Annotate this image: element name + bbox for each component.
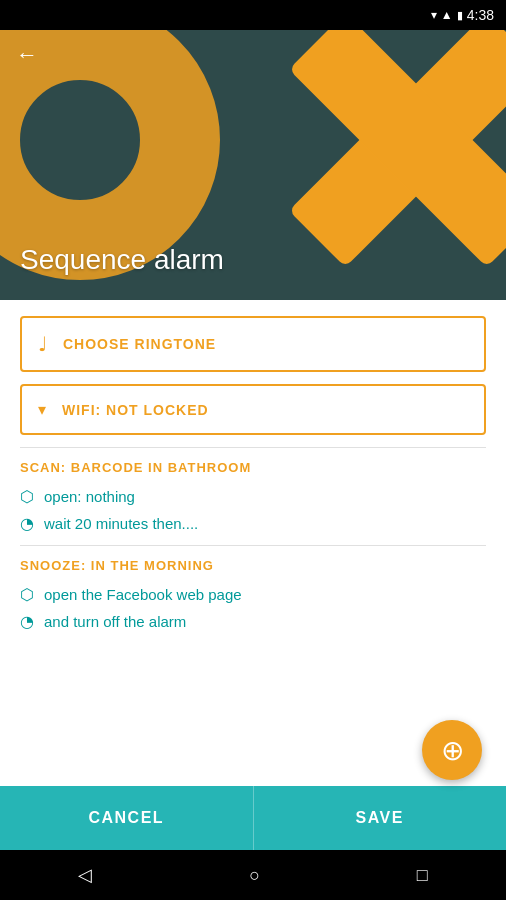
status-icons: ▾ ▲ ▮ 4:38 — [431, 7, 494, 23]
open-icon-2: ⬡ — [20, 585, 34, 604]
signal-icon: ▲ — [441, 8, 453, 22]
section-1-item-2: ◔ wait 20 minutes then.... — [20, 510, 486, 537]
status-bar: ▾ ▲ ▮ 4:38 — [0, 0, 506, 30]
section-1-item-1: ⬡ open: nothing — [20, 483, 486, 510]
battery-icon: ▮ — [457, 9, 463, 22]
divider-1 — [20, 447, 486, 448]
nav-home-icon[interactable]: ○ — [249, 865, 260, 886]
save-button[interactable]: SAVE — [254, 786, 507, 850]
nav-recent-icon[interactable]: □ — [417, 865, 428, 886]
wifi-icon: ▾ — [38, 400, 46, 419]
section-2-item-2-text: and turn off the alarm — [44, 613, 186, 630]
cancel-button[interactable]: CANCEL — [0, 786, 254, 850]
nav-back-icon[interactable]: ◁ — [78, 864, 92, 886]
section-2: SNOOZE: IN THE MORNING ⬡ open the Facebo… — [20, 558, 486, 635]
add-alarm-fab[interactable]: ⊕ — [422, 720, 482, 780]
alarm-add-icon: ⊕ — [441, 734, 464, 767]
timer-icon-2: ◔ — [20, 612, 34, 631]
status-time: 4:38 — [467, 7, 494, 23]
section-1-item-1-text: open: nothing — [44, 488, 135, 505]
wifi-row[interactable]: ▾ WIFI: NOT LOCKED — [20, 384, 486, 435]
ringtone-label: CHOOSE RINGTONE — [63, 336, 216, 352]
wifi-status-icon: ▾ — [431, 8, 437, 22]
hero-section: ← Sequence alarm — [0, 30, 506, 300]
page-title: Sequence alarm — [20, 244, 224, 276]
section-2-item-1: ⬡ open the Facebook web page — [20, 581, 486, 608]
ringtone-row[interactable]: ♩ CHOOSE RINGTONE — [20, 316, 486, 372]
section-1-title: SCAN: BARCODE IN BATHROOM — [20, 460, 486, 475]
music-icon: ♩ — [38, 332, 47, 356]
section-2-item-2: ◔ and turn off the alarm — [20, 608, 486, 635]
section-1: SCAN: BARCODE IN BATHROOM ⬡ open: nothin… — [20, 460, 486, 537]
main-content: ♩ CHOOSE RINGTONE ▾ WIFI: NOT LOCKED SCA… — [0, 300, 506, 651]
android-nav-bar: ◁ ○ □ — [0, 850, 506, 900]
section-2-title: SNOOZE: IN THE MORNING — [20, 558, 486, 573]
section-1-item-2-text: wait 20 minutes then.... — [44, 515, 198, 532]
divider-2 — [20, 545, 486, 546]
section-2-item-1-text: open the Facebook web page — [44, 586, 242, 603]
wifi-label: WIFI: NOT LOCKED — [62, 402, 209, 418]
bottom-bar: CANCEL SAVE — [0, 786, 506, 850]
timer-icon-1: ◔ — [20, 514, 34, 533]
shape-x — [286, 30, 506, 270]
open-icon-1: ⬡ — [20, 487, 34, 506]
back-button[interactable]: ← — [16, 42, 38, 68]
